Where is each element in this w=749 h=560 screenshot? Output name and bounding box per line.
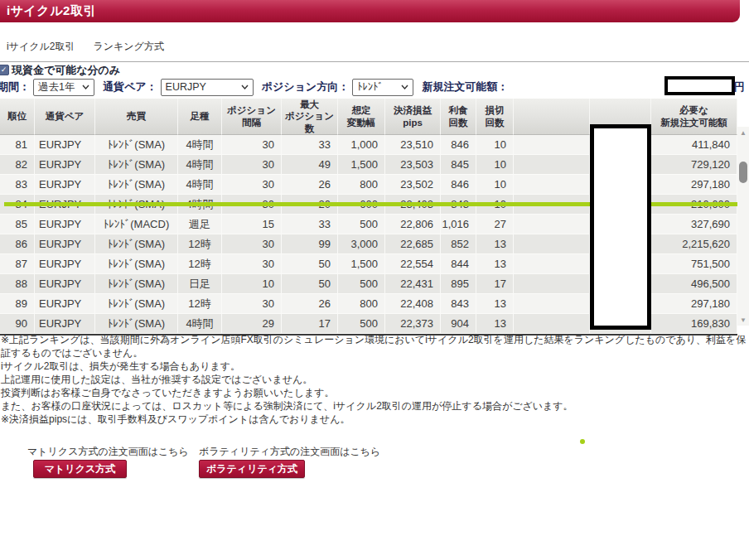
table-cell: 10 — [476, 155, 514, 175]
table-cell: 500 — [338, 215, 385, 234]
table-cell: EURJPY — [35, 155, 95, 175]
table-cell: 2,215,620 — [651, 234, 737, 254]
table-cell: ﾄﾚﾝﾄﾞ(SMA) — [95, 175, 178, 195]
table-cell: 22,806 — [385, 215, 441, 234]
table-cell: 844 — [441, 254, 476, 274]
table-cell: 411,840 — [651, 135, 737, 155]
table-cell: 88 — [0, 274, 35, 294]
table-cell: 500 — [338, 314, 385, 334]
table-cell: ﾄﾚﾝﾄﾞ(SMA) — [95, 135, 178, 155]
period-label: 期間： — [0, 80, 30, 94]
amount-unit-label: 円 — [734, 80, 745, 94]
column-header: 足種 — [178, 99, 222, 135]
table-cell: 1,500 — [338, 155, 385, 175]
table-cell: 13 — [476, 234, 514, 254]
tab-ranking[interactable]: ランキング方式 — [93, 40, 163, 54]
table-cell: 23,510 — [385, 135, 441, 155]
direction-label: ポジション方向： — [262, 80, 350, 94]
pair-select-value: EURJPY — [166, 81, 206, 93]
scroll-down-icon[interactable]: ▼ — [737, 316, 749, 326]
table-cell: 81 — [0, 135, 35, 155]
table-cell: 13 — [476, 294, 514, 314]
table-cell: 500 — [338, 274, 385, 294]
table-cell: EURJPY — [35, 175, 95, 195]
table-scrollbar[interactable]: ▲ ▼ — [737, 127, 749, 326]
table-cell: 30 — [222, 155, 282, 175]
direction-select[interactable]: ﾄﾚﾝﾄﾞ — [352, 79, 413, 96]
tab-bar: iサイクル2取引 ランキング方式 — [7, 40, 164, 54]
table-cell: 27 — [476, 215, 514, 234]
scrollbar-thumb[interactable] — [739, 162, 747, 183]
table-cell: 12時 — [178, 294, 222, 314]
table-cell: 3,000 — [338, 234, 385, 254]
table-cell: 50 — [282, 254, 338, 274]
table-cell: 22,431 — [385, 274, 441, 294]
chevron-down-icon — [82, 84, 89, 89]
table-cell — [514, 155, 590, 175]
table-cell: 895 — [441, 274, 476, 294]
table-cell: 297,180 — [651, 294, 737, 314]
table-cell: ﾄﾚﾝﾄﾞ(SMA) — [95, 294, 178, 314]
table-cell: ﾄﾚﾝﾄﾞ(MACD) — [95, 215, 178, 234]
table-cell: 852 — [441, 234, 476, 254]
disclaimer-notes: ※上記ランキングは、当該期間に外為オンライン店頭FX取引のシミュレーション環境に… — [1, 333, 748, 426]
table-cell: 17 — [282, 314, 338, 334]
table-cell: 496,500 — [651, 274, 737, 294]
table-cell: 846 — [441, 135, 476, 155]
table-cell: ﾄﾚﾝﾄﾞ(SMA) — [95, 274, 178, 294]
note-line: ※上記ランキングは、当該期間に外為オンライン店頭FX取引のシミュレーション環境に… — [1, 333, 748, 360]
page-titlebar: iサイクル2取引 — [0, 0, 740, 22]
amount-redaction-box — [664, 76, 735, 95]
column-header: 売買 — [95, 99, 178, 135]
matrix-method-button[interactable]: マトリクス方式 — [33, 460, 127, 478]
table-cell: 日足 — [178, 274, 222, 294]
column-header: 利食 回数 — [441, 99, 476, 135]
pair-label: 通貨ペア： — [103, 80, 157, 94]
table-cell: 86 — [0, 234, 35, 254]
table-cell: 33 — [282, 135, 338, 155]
table-cell: 49 — [282, 155, 338, 175]
table-cell: 4時間 — [178, 135, 222, 155]
table-cell: 33 — [282, 215, 338, 234]
matrix-order-link[interactable]: マトリクス方式の注文画面はこちら — [27, 445, 189, 459]
table-cell: 843 — [441, 294, 476, 314]
table-cell: 17 — [476, 274, 514, 294]
table-cell: 82 — [0, 155, 35, 175]
chevron-down-icon — [241, 84, 249, 89]
cash-only-label: 現資金で可能な分のみ — [12, 63, 120, 78]
green-dot — [580, 439, 585, 444]
page: iサイクル2取引 iサイクル2取引 ランキング方式 ✓ 現資金で可能な分のみ 期… — [0, 0, 749, 560]
table-cell: 85 — [0, 215, 35, 234]
table-cell — [514, 215, 590, 234]
tab-icycle2[interactable]: iサイクル2取引 — [7, 40, 75, 54]
scroll-up-icon[interactable]: ▲ — [737, 128, 749, 138]
note-line: また、お客様の口座状況によっては、ロスカット等による強制決済にて、iサイクル2取… — [1, 399, 748, 413]
column-redaction-box — [590, 124, 651, 330]
period-select[interactable]: 過去1年 — [33, 79, 94, 96]
column-header: 想定 変動幅 — [338, 99, 385, 135]
table-cell: ﾄﾚﾝﾄﾞ(SMA) — [95, 254, 178, 274]
check-icon: ✓ — [1, 66, 7, 74]
volatility-order-link[interactable]: ボラティリティ方式の注文画面はこちら — [199, 445, 380, 459]
table-cell: 845 — [441, 155, 476, 175]
pair-select[interactable]: EURJPY — [161, 79, 254, 96]
table-cell: 10 — [476, 135, 514, 155]
table-cell: 10 — [222, 274, 282, 294]
table-cell: EURJPY — [35, 274, 95, 294]
note-line: ※決済損益pipsには、取引手数料及びスワップポイントは含んでおりません。 — [1, 413, 748, 426]
volatility-method-button[interactable]: ボラティリティ方式 — [199, 460, 305, 478]
table-cell — [514, 234, 590, 254]
column-header: 損切 回数 — [476, 99, 514, 135]
table-cell: 22,373 — [385, 314, 441, 334]
table-cell — [514, 254, 590, 274]
table-cell: 12時 — [178, 254, 222, 274]
cash-only-checkbox[interactable]: ✓ — [0, 65, 9, 75]
column-header: 順位 — [0, 99, 35, 135]
table-cell: 169,830 — [651, 314, 737, 334]
table-cell: 1,500 — [338, 254, 385, 274]
table-cell: EURJPY — [35, 215, 95, 234]
table-cell: 4時間 — [178, 155, 222, 175]
table-cell: 23,502 — [385, 175, 441, 195]
table-cell: EURJPY — [35, 254, 95, 274]
table-cell: 13 — [476, 254, 514, 274]
